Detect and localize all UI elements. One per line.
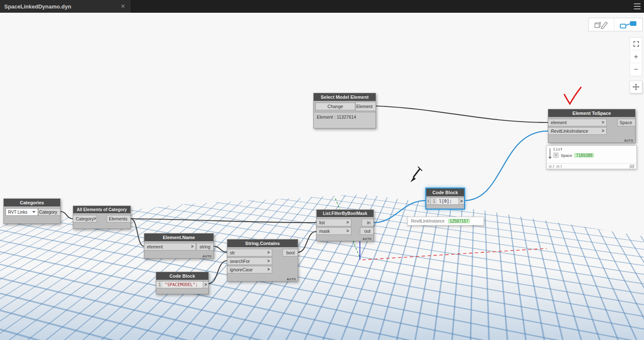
port-searchfor-input[interactable]: searchFor> bbox=[227, 257, 272, 265]
node-title[interactable]: All Elements of Category bbox=[73, 206, 130, 213]
port-chevron-icon: > bbox=[346, 220, 349, 225]
selected-element-id: Element : 11327614 bbox=[314, 112, 376, 128]
port-space-output[interactable]: Space bbox=[617, 119, 635, 126]
preview-list-label: List bbox=[553, 147, 634, 151]
port-elements-output[interactable]: Elements bbox=[107, 215, 130, 223]
port-category-output[interactable]: Category bbox=[38, 208, 60, 216]
node-code-block-spacemodel[interactable]: Code Block 1 "SPACEMODEL"; > bbox=[156, 272, 209, 294]
lacing-label: AUTO bbox=[287, 278, 296, 281]
port-list-input[interactable]: list> bbox=[317, 219, 351, 226]
port-str-input[interactable]: str> bbox=[227, 249, 272, 256]
wire-selectelement-to-tospace[interactable] bbox=[376, 106, 548, 123]
wire-categories-to-allelements[interactable] bbox=[61, 212, 73, 219]
node-code-block-index[interactable]: Code Block l 1 l[0]; > bbox=[426, 188, 464, 209]
port-bool-output[interactable]: bool bbox=[282, 249, 298, 256]
node-select-model-element[interactable]: Select Model Element Change Element Elem… bbox=[313, 93, 376, 128]
wire-codeblock-to-tospace[interactable] bbox=[464, 131, 548, 201]
graph-view-button[interactable] bbox=[614, 18, 642, 31]
geometry-view-icon bbox=[594, 20, 609, 29]
lacing-label: AUTO bbox=[362, 237, 372, 240]
node-element-name[interactable]: Element.Name element> string AUTO bbox=[144, 233, 214, 259]
port-l-input[interactable]: l bbox=[426, 198, 431, 205]
node-title[interactable]: Code Block bbox=[426, 189, 464, 196]
preview-count-label: {1} bbox=[630, 164, 634, 168]
zoom-in-button[interactable]: + bbox=[630, 50, 642, 63]
workspace-canvas[interactable]: Categories RVT Links Category All Elemen… bbox=[0, 13, 644, 340]
line-number: 1 bbox=[156, 281, 163, 288]
workspace-tab-title: SpaceLinkedDynamo.dyn bbox=[4, 3, 119, 10]
wire-bool-to-mask[interactable] bbox=[298, 231, 316, 252]
chevron-down-icon bbox=[32, 211, 36, 213]
port-element-output[interactable]: Element bbox=[355, 102, 376, 111]
node-element-tospace[interactable]: Element ToSpace element> Space RevitLink… bbox=[548, 109, 636, 143]
category-dropdown[interactable]: RVT Links bbox=[6, 208, 38, 216]
close-tab-icon[interactable]: × bbox=[119, 3, 127, 10]
line-number: 1 bbox=[431, 198, 437, 204]
port-string-output[interactable]: string bbox=[196, 243, 213, 251]
pan-button[interactable] bbox=[630, 81, 642, 93]
preview-type-label: Space bbox=[561, 153, 572, 158]
preview-slider[interactable] bbox=[548, 148, 552, 159]
workspace-tab[interactable]: SpaceLinkedDynamo.dyn × bbox=[0, 0, 131, 13]
port-output[interactable]: > bbox=[459, 198, 464, 205]
wire-string-to-contains-str[interactable] bbox=[214, 246, 227, 252]
port-revitlinksinstance-input[interactable]: RevitLinksInstance> bbox=[548, 127, 607, 135]
port-mask-input[interactable]: mask> bbox=[317, 227, 351, 235]
titlebar: SpaceLinkedDynamo.dyn × bbox=[0, 0, 644, 13]
lacing-label: AUTO bbox=[202, 255, 212, 258]
change-button[interactable]: Change bbox=[315, 103, 355, 110]
fit-view-icon bbox=[633, 41, 639, 47]
port-chevron-icon: > bbox=[267, 251, 270, 255]
code-line[interactable]: 1 l[0]; bbox=[431, 198, 459, 205]
preview-levels-label: @L2 @L1 bbox=[549, 164, 562, 168]
zoom-out-button[interactable]: − bbox=[630, 63, 642, 76]
port-chevron-icon: > bbox=[267, 268, 270, 272]
eyedropper-cursor bbox=[410, 167, 422, 182]
node-title[interactable]: Code Block bbox=[156, 272, 208, 280]
code-text[interactable]: "SPACEMODEL"; bbox=[163, 281, 200, 288]
port-element-input[interactable]: element> bbox=[548, 119, 607, 126]
menu-icon[interactable] bbox=[634, 3, 641, 9]
dropdown-value: RVT Links bbox=[8, 210, 28, 215]
node-title[interactable]: Select Model Element bbox=[314, 93, 376, 101]
port-chevron-icon: > bbox=[346, 229, 349, 233]
port-element-input[interactable]: element> bbox=[144, 243, 196, 251]
dynamo-app: SpaceLinkedDynamo.dyn × bbox=[0, 0, 644, 340]
node-categories[interactable]: Categories RVT Links Category bbox=[3, 198, 61, 224]
port-ignorecase-input[interactable]: ignoreCase> bbox=[227, 266, 272, 273]
red-checkmark-annotation bbox=[564, 87, 581, 104]
node-string-contains[interactable]: String.Contains str> bool searchFor> bbox=[227, 239, 298, 281]
wire-elements-to-filter-list[interactable] bbox=[131, 219, 316, 223]
background-grid bbox=[0, 13, 644, 340]
node-all-elements-of-category[interactable]: All Elements of Category Category> Eleme… bbox=[73, 206, 131, 229]
preview-index[interactable]: 0 bbox=[553, 153, 558, 158]
node-list-filterbyboolmask[interactable]: List.FilterByBoolMask list> in mask> out bbox=[316, 209, 374, 241]
port-category-input[interactable]: Category> bbox=[73, 215, 97, 223]
preview-element-id: 7189388 bbox=[574, 153, 594, 158]
port-chevron-icon: > bbox=[94, 217, 97, 221]
tospace-preview-panel[interactable]: List 0 Space 7189388 @L2 @L1 {1} bbox=[546, 145, 637, 169]
code-line[interactable]: 1 "SPACEMODEL"; bbox=[156, 281, 203, 288]
code-text[interactable]: l[0]; bbox=[437, 198, 454, 204]
fit-view-button[interactable] bbox=[630, 38, 642, 50]
port-in-output[interactable]: in bbox=[362, 219, 373, 226]
wires-layer bbox=[0, 13, 644, 340]
graph-view-icon bbox=[619, 20, 637, 29]
port-out-output[interactable]: out bbox=[360, 227, 373, 235]
wire-codeblock-to-searchfor[interactable] bbox=[209, 261, 227, 284]
port-output[interactable]: > bbox=[203, 281, 208, 288]
preview-type-label: RevitLinkInstance bbox=[411, 219, 445, 223]
port-chevron-icon: > bbox=[602, 120, 604, 125]
node-title[interactable]: Categories bbox=[4, 199, 60, 206]
lacing-label: AUTO bbox=[624, 139, 633, 142]
wire-elements-to-elementname[interactable] bbox=[131, 219, 144, 246]
node-title[interactable]: Element.Name bbox=[144, 234, 213, 241]
geometry-view-button[interactable] bbox=[589, 18, 614, 31]
node-title[interactable]: List.FilterByBoolMask bbox=[317, 210, 373, 217]
node-title[interactable]: Element ToSpace bbox=[548, 109, 635, 117]
port-chevron-icon: > bbox=[267, 259, 270, 263]
pan-icon bbox=[633, 84, 639, 90]
preview-element-id: 12587157 bbox=[448, 219, 470, 223]
zoom-controls: + − bbox=[630, 37, 642, 76]
node-title[interactable]: String.Contains bbox=[227, 240, 298, 247]
